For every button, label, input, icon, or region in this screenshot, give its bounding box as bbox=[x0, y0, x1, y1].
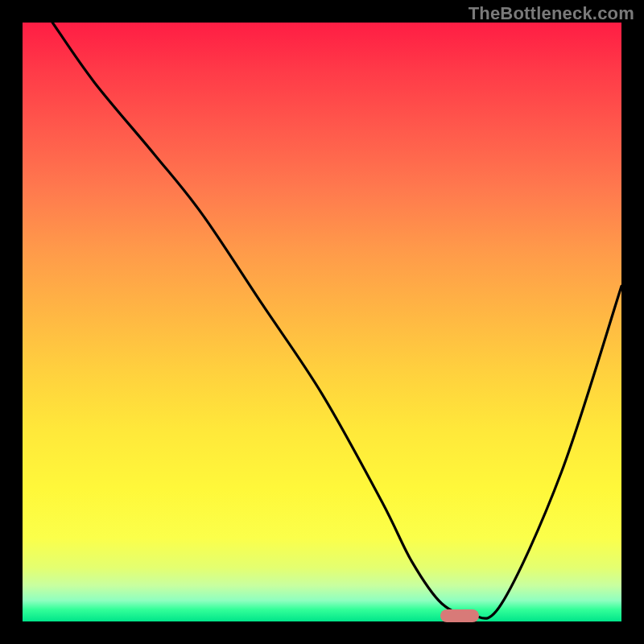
bottleneck-curve bbox=[23, 23, 621, 621]
plot-area bbox=[23, 23, 621, 621]
optimal-zone-marker bbox=[440, 609, 479, 622]
watermark-text: TheBottleneck.com bbox=[469, 3, 634, 24]
curve-path bbox=[52, 23, 621, 618]
